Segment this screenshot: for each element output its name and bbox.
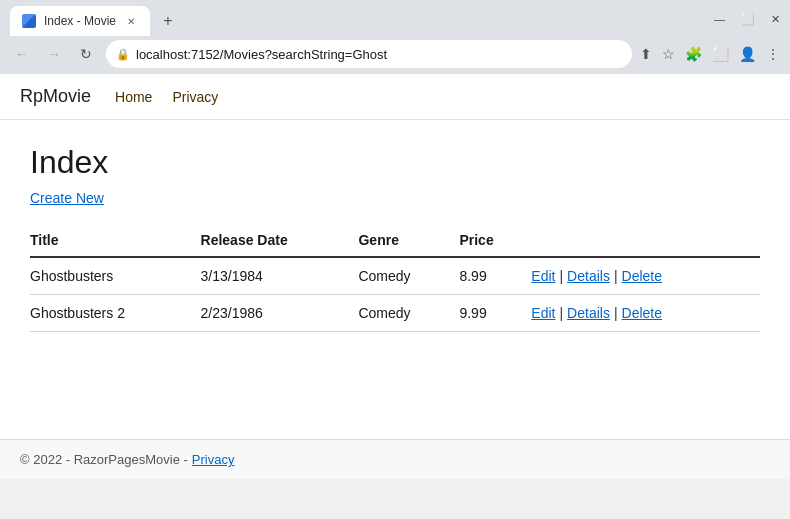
address-bar[interactable]: 🔒 localhost:7152/Movies?searchString=Gho… (106, 40, 632, 68)
cell-title: Ghostbusters 2 (30, 295, 201, 332)
close-button[interactable]: ✕ (771, 13, 780, 26)
cell-genre: Comedy (358, 295, 459, 332)
sep1: | (559, 268, 563, 284)
address-bar-row: ← → ↻ 🔒 localhost:7152/Movies?searchStri… (0, 36, 790, 74)
page-title: Index (30, 144, 760, 181)
reload-button[interactable]: ↻ (74, 42, 98, 66)
browser-tab[interactable]: Index - Movie ✕ (10, 6, 150, 36)
bookmark-icon[interactable]: ☆ (662, 46, 675, 62)
details-link[interactable]: Details (567, 305, 610, 321)
movies-table: Title Release Date Genre Price Ghostbust… (30, 224, 760, 332)
cell-release-date: 2/23/1986 (201, 295, 359, 332)
col-genre: Genre (358, 224, 459, 257)
window-controls: — ⬜ ✕ (714, 13, 780, 30)
create-new-link[interactable]: Create New (30, 190, 104, 206)
col-actions (531, 224, 760, 257)
main-content: Index Create New Title Release Date Genr… (0, 120, 790, 439)
table-header-row: Title Release Date Genre Price (30, 224, 760, 257)
sep2: | (614, 268, 618, 284)
cell-release-date: 3/13/1984 (201, 257, 359, 295)
page-wrapper: RpMovie Home Privacy Index Create New Ti… (0, 74, 790, 479)
col-title: Title (30, 224, 201, 257)
footer-privacy-link[interactable]: Privacy (192, 452, 235, 467)
share-icon[interactable]: ⬆ (640, 46, 652, 62)
extensions-icon[interactable]: 🧩 (685, 46, 702, 62)
tab-favicon (22, 14, 36, 28)
cell-title: Ghostbusters (30, 257, 201, 295)
address-text: localhost:7152/Movies?searchString=Ghost (136, 47, 622, 62)
forward-button[interactable]: → (42, 42, 66, 66)
details-link[interactable]: Details (567, 268, 610, 284)
footer: © 2022 - RazorPagesMovie - Privacy (0, 439, 790, 479)
nav-home[interactable]: Home (115, 89, 152, 105)
address-bar-actions: ⬆ ☆ 🧩 ⬜ 👤 ⋮ (640, 46, 780, 62)
maximize-button[interactable]: ⬜ (741, 13, 755, 26)
tab-close-button[interactable]: ✕ (124, 14, 138, 28)
new-tab-button[interactable]: + (154, 7, 182, 35)
delete-link[interactable]: Delete (622, 268, 662, 284)
table-row: Ghostbusters 3/13/1984 Comedy 8.99 Edit … (30, 257, 760, 295)
sep2: | (614, 305, 618, 321)
lock-icon: 🔒 (116, 48, 130, 61)
cell-genre: Comedy (358, 257, 459, 295)
cell-price: 8.99 (459, 257, 531, 295)
sep1: | (559, 305, 563, 321)
table-row: Ghostbusters 2 2/23/1986 Comedy 9.99 Edi… (30, 295, 760, 332)
col-release-date: Release Date (201, 224, 359, 257)
edit-link[interactable]: Edit (531, 305, 555, 321)
tab-title: Index - Movie (44, 14, 116, 28)
profile-icon[interactable]: ⬜ (712, 46, 729, 62)
col-price: Price (459, 224, 531, 257)
nav-privacy[interactable]: Privacy (172, 89, 218, 105)
delete-link[interactable]: Delete (622, 305, 662, 321)
account-icon[interactable]: 👤 (739, 46, 756, 62)
back-button[interactable]: ← (10, 42, 34, 66)
cell-actions: Edit | Details | Delete (531, 295, 760, 332)
menu-icon[interactable]: ⋮ (766, 46, 780, 62)
title-bar: Index - Movie ✕ + — ⬜ ✕ (0, 0, 790, 36)
browser-chrome: Index - Movie ✕ + — ⬜ ✕ ← → ↻ 🔒 localhos… (0, 0, 790, 74)
footer-copyright: © 2022 - RazorPagesMovie - (20, 452, 188, 467)
edit-link[interactable]: Edit (531, 268, 555, 284)
brand-logo[interactable]: RpMovie (20, 86, 91, 107)
navbar: RpMovie Home Privacy (0, 74, 790, 120)
minimize-button[interactable]: — (714, 13, 725, 25)
cell-price: 9.99 (459, 295, 531, 332)
cell-actions: Edit | Details | Delete (531, 257, 760, 295)
